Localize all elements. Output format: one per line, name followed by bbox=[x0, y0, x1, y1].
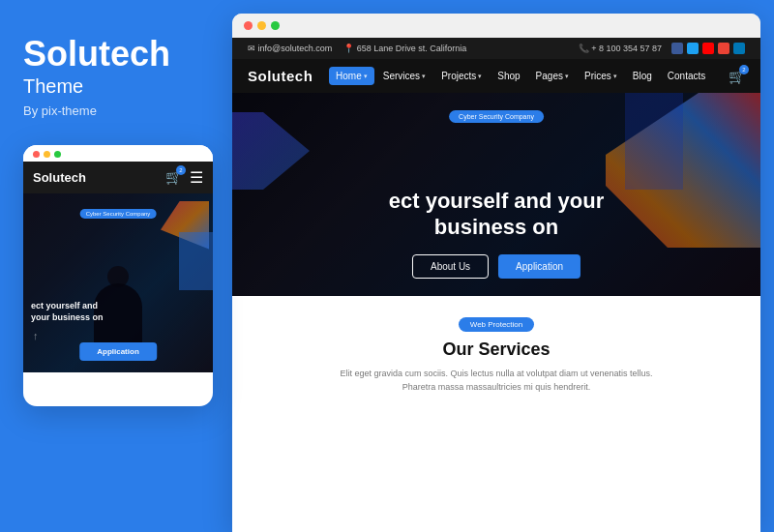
nav-item-projects[interactable]: Projects ▾ bbox=[434, 67, 489, 85]
prices-chevron-icon: ▾ bbox=[613, 73, 617, 80]
home-chevron-icon: ▾ bbox=[364, 73, 368, 80]
mobile-dot-yellow bbox=[44, 151, 50, 158]
nav-item-blog[interactable]: Blog bbox=[626, 67, 659, 85]
web-protection-badge: Web Protection bbox=[459, 317, 535, 332]
site-logo: Solutech bbox=[248, 68, 313, 84]
browser-topbar bbox=[232, 14, 760, 38]
brand-title: Solutech bbox=[23, 35, 209, 74]
nav-item-pages[interactable]: Pages ▾ bbox=[529, 67, 576, 85]
twitter-icon bbox=[687, 43, 699, 54]
nav-item-contacts[interactable]: Contacts bbox=[661, 67, 712, 85]
mobile-mockup: Solutech 🛒 2 ☰ Cyber Security Company bbox=[23, 145, 213, 406]
mobile-arrow-icon: ↑ bbox=[33, 330, 39, 341]
services-section: Web Protection Our Services Elit eget gr… bbox=[232, 296, 760, 408]
facebook-icon bbox=[671, 43, 683, 54]
site-cart-badge: 2 bbox=[739, 65, 749, 74]
mobile-hero-text: ect yourself and your business on bbox=[31, 301, 205, 323]
mobile-cart-badge: 2 bbox=[176, 165, 186, 175]
mobile-cyber-badge: Cyber Security Company bbox=[80, 209, 157, 219]
nav-item-shop[interactable]: Shop bbox=[491, 67, 526, 85]
browser-mockup: ✉ info@solutech.com 📍 658 Lane Drive st.… bbox=[232, 14, 760, 532]
brand-author: By pix-theme bbox=[23, 103, 209, 118]
right-panel: ✉ info@solutech.com 📍 658 Lane Drive st.… bbox=[232, 0, 774, 532]
services-chevron-icon: ▾ bbox=[422, 73, 426, 80]
mobile-cart-icon: 🛒 2 bbox=[165, 169, 182, 185]
pages-chevron-icon: ▾ bbox=[565, 73, 569, 80]
services-description: Elit eget gravida cum sociis. Quis lectu… bbox=[313, 367, 680, 395]
browser-dot-green bbox=[271, 21, 280, 30]
site-topbar-right: 📞 + 8 100 354 57 87 bbox=[579, 43, 745, 54]
mobile-app-button[interactable]: Application bbox=[79, 342, 157, 361]
site-hero: Cyber Security Company ect yourself and … bbox=[232, 93, 760, 296]
site-topbar-left: ✉ info@solutech.com 📍 658 Lane Drive st.… bbox=[248, 44, 466, 53]
hero-buttons: About Us Application bbox=[412, 254, 580, 279]
mobile-hero: Cyber Security Company ↑ ect yourself an… bbox=[23, 193, 213, 372]
browser-dot-yellow bbox=[257, 21, 266, 30]
mobile-hamburger-icon[interactable]: ☰ bbox=[190, 168, 203, 187]
social-icons bbox=[671, 43, 745, 54]
site-topbar: ✉ info@solutech.com 📍 658 Lane Drive st.… bbox=[232, 38, 760, 59]
projects-chevron-icon: ▾ bbox=[478, 73, 482, 80]
about-us-button[interactable]: About Us bbox=[412, 254, 489, 279]
linkedin-icon bbox=[733, 43, 745, 54]
site-email: ✉ info@solutech.com bbox=[248, 44, 332, 53]
site-phone: 📞 + 8 100 354 57 87 bbox=[579, 44, 662, 53]
brand-subtitle: Theme bbox=[23, 75, 209, 98]
mobile-topbar bbox=[23, 145, 213, 162]
left-panel: Solutech Theme By pix-theme Solutech 🛒 2… bbox=[0, 0, 232, 532]
site-navbar: Solutech Home ▾ Services ▾ Projects ▾ Sh… bbox=[232, 59, 760, 93]
mobile-nav-right: 🛒 2 ☰ bbox=[165, 168, 203, 187]
google-icon bbox=[718, 43, 729, 54]
services-title: Our Services bbox=[252, 340, 741, 360]
site-address: 📍 658 Lane Drive st. California bbox=[343, 44, 466, 53]
mobile-navbar: Solutech 🛒 2 ☰ bbox=[23, 162, 213, 193]
mobile-dot-red bbox=[33, 151, 40, 158]
youtube-icon bbox=[702, 43, 714, 54]
application-button[interactable]: Application bbox=[498, 254, 580, 279]
mobile-logo: Solutech bbox=[33, 170, 86, 185]
hero-cyber-badge: Cyber Security Company bbox=[449, 110, 544, 123]
nav-item-services[interactable]: Services ▾ bbox=[376, 67, 432, 85]
nav-item-prices[interactable]: Prices ▾ bbox=[578, 67, 624, 85]
site-cart-icon[interactable]: 🛒 2 bbox=[729, 69, 745, 84]
site-nav-links: Home ▾ Services ▾ Projects ▾ Shop Pages … bbox=[329, 67, 712, 85]
site-nav-right: 🛒 2 bbox=[729, 69, 745, 84]
browser-dot-red bbox=[244, 21, 253, 30]
nav-item-home[interactable]: Home ▾ bbox=[329, 67, 374, 85]
hero-text: ect yourself and your business on bbox=[389, 189, 605, 240]
mobile-dot-green bbox=[54, 151, 61, 158]
